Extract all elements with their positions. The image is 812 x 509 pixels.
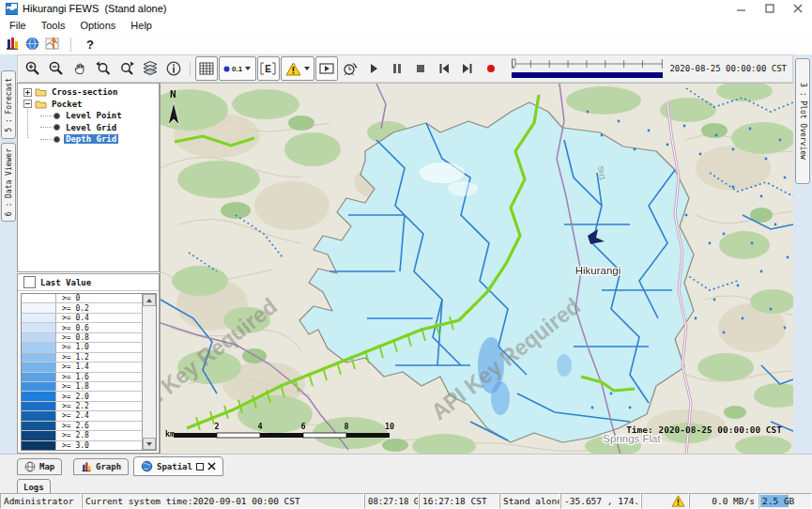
status-memory: 2.5 GB: [758, 493, 812, 509]
pan-hand-icon[interactable]: [69, 56, 91, 81]
globe-icon: [141, 460, 153, 472]
legend-row: >= 0.6: [22, 323, 142, 332]
layer-tree-panel: Cross-section Pocket Level Point Level G…: [17, 83, 160, 272]
help-button[interactable]: ?: [81, 38, 100, 52]
tree-node-level-point[interactable]: Level Point: [18, 110, 159, 122]
database-display-icon[interactable]: [5, 36, 20, 53]
svg-text:2: 2: [214, 422, 219, 431]
legend-row: >= 3.0: [22, 441, 142, 450]
legend-swatch: [22, 422, 56, 430]
app-logo-icon: [6, 3, 18, 15]
legend-row: >= 2.2: [22, 402, 142, 411]
legend-row: >= 1.2: [22, 353, 142, 362]
menu-help[interactable]: Help: [123, 20, 160, 31]
menu-bar: File Tools Options Help: [0, 17, 812, 34]
spatial-display-icon[interactable]: [25, 37, 39, 53]
info-icon[interactable]: [162, 56, 185, 81]
legend-row: >= 0.2: [22, 303, 142, 313]
menu-file[interactable]: File: [2, 20, 34, 31]
svg-text:10: 10: [385, 422, 394, 431]
tab-map[interactable]: Map: [17, 458, 62, 475]
status-coordinates: -35.657 , 174.199: [560, 493, 641, 509]
folder-icon: [35, 100, 47, 109]
menu-options[interactable]: Options: [72, 20, 123, 31]
tree-node-depth-grid[interactable]: Depth Grid: [18, 133, 159, 146]
grid-display-button[interactable]: [195, 56, 218, 81]
record-button[interactable]: [480, 56, 502, 81]
collapse-icon[interactable]: [23, 100, 32, 108]
town-label: Hikurangi: [575, 265, 621, 276]
legend-swatch: [22, 323, 56, 332]
tree-node-pocket[interactable]: Pocket: [18, 99, 159, 111]
time-slider-handle[interactable]: [512, 59, 515, 69]
warning-icon[interactable]: [671, 495, 685, 507]
skip-to-start-button[interactable]: [433, 56, 455, 81]
legend-swatch: [22, 402, 56, 410]
legend-row: >= 2.4: [22, 411, 142, 421]
legend-swatch: [22, 353, 56, 362]
time-slider[interactable]: [511, 56, 664, 81]
zoom-in-icon[interactable]: [22, 56, 44, 81]
warning-threshold-dropdown[interactable]: [281, 56, 314, 81]
menu-tools[interactable]: Tools: [34, 20, 73, 31]
tab-graph[interactable]: Graph: [73, 458, 129, 475]
threshold-dropdown[interactable]: 0.1: [219, 56, 256, 81]
status-mode: Stand alone: [499, 493, 560, 509]
legend-scrollbar[interactable]: [142, 294, 156, 450]
tree-connector: [40, 139, 52, 140]
legend-swatch: [22, 431, 56, 440]
tree-node-cross-section[interactable]: Cross-section: [18, 86, 159, 99]
pause-button[interactable]: [386, 56, 408, 81]
scroll-up-button[interactable]: [143, 294, 156, 306]
zoom-previous-icon[interactable]: [92, 56, 115, 81]
legend-swatch: [22, 392, 56, 400]
layer-bullet-icon: [54, 113, 60, 119]
chevron-down-icon: [304, 67, 310, 70]
tab-maximize-icon[interactable]: [196, 463, 204, 470]
time-slider-range-bar: [512, 72, 663, 78]
maximize-button[interactable]: [756, 0, 784, 17]
legend-swatch: [22, 294, 56, 302]
last-value-checkbox[interactable]: [23, 276, 36, 288]
globe-icon: [24, 461, 36, 472]
map-canvas[interactable]: API Key Required API Key Required N km 2…: [161, 83, 793, 454]
toolbar-separator: [190, 62, 191, 76]
svg-text:8: 8: [344, 422, 348, 431]
app-window: Hikurangi FEWS (Stand alone) File Tools …: [0, 0, 812, 509]
legend-row: >= 1.8: [22, 382, 142, 392]
scroll-down-button[interactable]: [143, 438, 156, 450]
legend-swatch: [22, 314, 56, 322]
animation-button[interactable]: [315, 56, 338, 81]
legend-table: >= 0 >= 0.2 >= 0.4 >= 0.6 >= 0.8 >= 1.0 …: [21, 293, 157, 451]
tab-plot-overview[interactable]: 3 : Plot Overview: [795, 58, 810, 184]
status-warning-cell: [641, 493, 689, 509]
close-button[interactable]: [784, 0, 812, 17]
legend-swatch: [22, 333, 56, 342]
zoom-next-icon[interactable]: [115, 56, 138, 81]
timer-icon[interactable]: [339, 56, 361, 81]
labels-button[interactable]: E: [257, 56, 280, 81]
tab-data-viewer[interactable]: 6 : Data Viewer: [1, 143, 16, 222]
tab-forecast[interactable]: 5 : Forecast: [1, 70, 16, 139]
expand-icon[interactable]: [23, 88, 32, 97]
tree-node-level-grid[interactable]: Level Grid: [18, 122, 159, 134]
tab-spatial[interactable]: Spatial: [133, 456, 223, 476]
threshold-value: 0.1: [232, 65, 242, 73]
bottom-dock: Map Graph Spatial Logs: [0, 454, 812, 493]
layers-icon[interactable]: [139, 56, 161, 81]
zoom-out-icon[interactable]: [45, 56, 68, 81]
timeseries-import-icon[interactable]: [45, 37, 61, 53]
labels-button-text: E: [265, 64, 271, 74]
legend-row: >= 0.8: [22, 333, 142, 343]
left-tab-strip: 5 : Forecast 6 : Data Viewer: [0, 54, 17, 454]
tab-close-icon[interactable]: [207, 462, 216, 470]
stop-button[interactable]: [409, 56, 432, 81]
minimize-button[interactable]: [728, 0, 756, 17]
skip-to-end-button[interactable]: [456, 56, 479, 81]
tree-connector: [40, 127, 52, 128]
main-toolbar: ?: [0, 34, 812, 55]
status-gmt-time: 08:27:18 GMT: [364, 493, 419, 509]
window-title: Hikurangi FEWS (Stand alone): [23, 3, 166, 14]
legend-swatch: [22, 373, 56, 381]
play-button[interactable]: [362, 56, 385, 81]
